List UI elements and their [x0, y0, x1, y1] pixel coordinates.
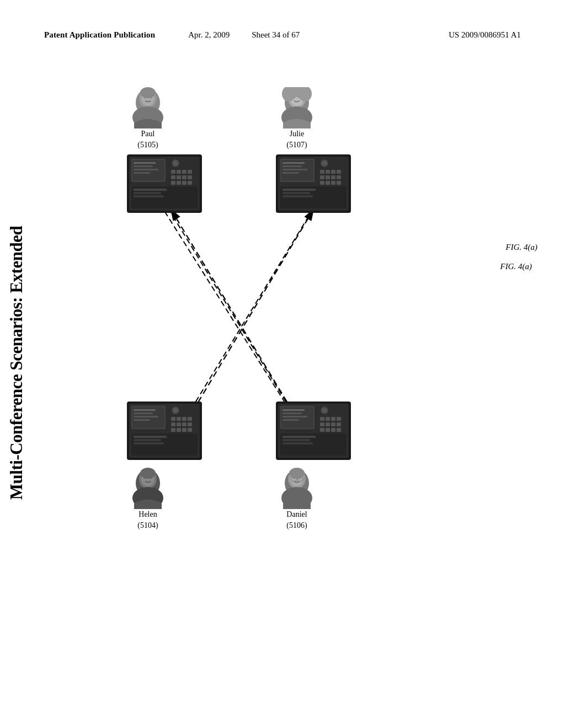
svg-rect-57 [337, 181, 341, 185]
svg-rect-77 [177, 422, 181, 426]
avatar-julie: Julie (5107) [275, 87, 319, 150]
svg-rect-98 [320, 417, 324, 421]
avatar-helen: Helen (5104) [126, 468, 170, 531]
svg-rect-31 [188, 181, 192, 185]
svg-rect-100 [331, 417, 335, 421]
svg-point-120 [140, 87, 156, 98]
svg-rect-17 [134, 172, 150, 174]
svg-rect-92 [282, 409, 305, 411]
svg-rect-93 [282, 413, 302, 414]
julie-avatar-image [275, 87, 319, 129]
phone-julie [275, 153, 352, 214]
svg-rect-49 [337, 170, 341, 174]
svg-rect-42 [282, 169, 307, 170]
svg-rect-41 [282, 165, 302, 167]
svg-rect-28 [171, 181, 175, 185]
svg-rect-66 [134, 409, 156, 411]
svg-rect-81 [177, 428, 181, 432]
svg-rect-47 [326, 170, 330, 174]
svg-rect-69 [134, 419, 150, 421]
svg-rect-83 [188, 428, 192, 432]
svg-rect-87 [134, 442, 164, 445]
avatar-daniel: Daniel (5106) [275, 468, 319, 531]
svg-rect-20 [171, 170, 175, 174]
svg-rect-50 [320, 175, 324, 179]
svg-rect-99 [326, 417, 330, 421]
svg-rect-80 [171, 428, 175, 432]
svg-rect-105 [337, 422, 341, 426]
svg-rect-109 [337, 428, 341, 432]
svg-rect-108 [331, 428, 335, 432]
svg-rect-46 [320, 170, 324, 174]
svg-rect-106 [320, 428, 324, 432]
svg-rect-16 [134, 169, 158, 170]
svg-rect-94 [282, 416, 307, 417]
phone-helen [126, 400, 203, 461]
svg-rect-25 [177, 175, 181, 179]
svg-rect-55 [326, 181, 330, 185]
svg-rect-73 [177, 417, 181, 421]
svg-rect-60 [282, 192, 310, 194]
helen-avatar-image [126, 468, 170, 509]
sheet-info: Sheet 34 of 67 [252, 30, 300, 40]
daniel-name: Daniel (5106) [286, 509, 307, 531]
svg-rect-40 [282, 162, 305, 164]
svg-rect-22 [182, 170, 186, 174]
side-title-container: Multi-Conference Scenarios: Extended [0, 0, 33, 728]
svg-point-97 [322, 408, 327, 413]
svg-rect-79 [188, 422, 192, 426]
fig-label-page: FIG. 4(a) [500, 262, 532, 271]
svg-rect-29 [177, 181, 181, 185]
svg-rect-111 [282, 436, 316, 438]
svg-rect-35 [134, 195, 164, 197]
svg-rect-24 [171, 175, 175, 179]
svg-rect-95 [282, 419, 299, 421]
svg-rect-72 [171, 417, 175, 421]
fig-label: FIG. 4(a) [506, 243, 537, 252]
svg-rect-74 [182, 417, 186, 421]
svg-rect-54 [320, 181, 324, 185]
svg-point-136 [140, 468, 156, 479]
svg-rect-48 [331, 170, 335, 174]
paul-avatar-image [126, 87, 170, 129]
avatar-paul: Paul (5105) [126, 87, 170, 150]
svg-rect-33 [134, 189, 167, 191]
svg-rect-113 [282, 442, 313, 445]
svg-rect-61 [282, 195, 313, 197]
svg-rect-52 [331, 175, 335, 179]
publication-date: Apr. 2, 2009 [188, 30, 230, 40]
svg-rect-102 [320, 422, 324, 426]
svg-rect-78 [182, 422, 186, 426]
svg-rect-107 [326, 428, 330, 432]
svg-rect-15 [134, 165, 153, 167]
svg-rect-85 [134, 436, 167, 438]
patent-label: Patent Application Publication [44, 30, 155, 40]
page-header: Patent Application Publication Apr. 2, 2… [0, 30, 565, 40]
side-title: Multi-Conference Scenarios: Extended [7, 115, 26, 611]
helen-name: Helen (5104) [137, 509, 158, 531]
patent-number: US 2009/0086951 A1 [449, 30, 521, 40]
daniel-avatar-image [275, 468, 319, 509]
paul-name: Paul (5105) [137, 129, 158, 150]
svg-rect-76 [171, 422, 175, 426]
julie-name: Julie (5107) [286, 129, 307, 150]
svg-rect-27 [188, 175, 192, 179]
svg-rect-34 [134, 192, 161, 194]
svg-rect-86 [134, 439, 161, 441]
svg-point-45 [322, 160, 327, 166]
svg-rect-82 [182, 428, 186, 432]
svg-point-19 [173, 160, 178, 166]
svg-rect-43 [282, 172, 299, 174]
svg-rect-21 [177, 170, 181, 174]
svg-rect-112 [282, 439, 310, 441]
phone-daniel [275, 400, 352, 461]
svg-rect-104 [331, 422, 335, 426]
svg-rect-67 [134, 413, 153, 414]
svg-rect-53 [337, 175, 341, 179]
svg-rect-26 [182, 175, 186, 179]
svg-rect-51 [326, 175, 330, 179]
svg-rect-103 [326, 422, 330, 426]
svg-rect-101 [337, 417, 341, 421]
svg-rect-56 [331, 181, 335, 185]
phone-paul [126, 153, 203, 214]
